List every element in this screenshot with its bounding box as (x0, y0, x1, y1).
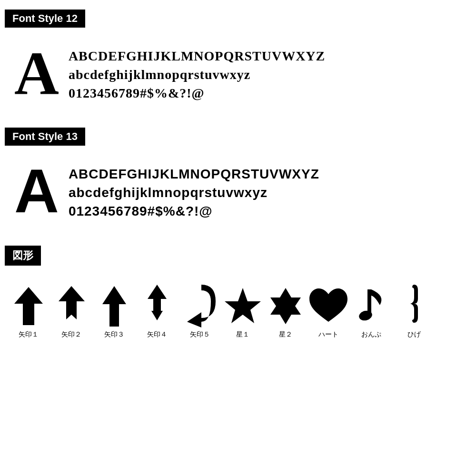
arrow5-icon (181, 285, 219, 327)
mustache-label: ひげ (407, 330, 421, 339)
star1-icon (224, 285, 262, 327)
shape-item-arrow3[interactable]: 矢印３ (95, 285, 133, 339)
font-style-12-char-rows: ABCDEFGHIJKLMNOPQRSTUVWXYZ abcdefghijklm… (69, 42, 325, 103)
font-style-13-label: Font Style 13 (5, 128, 85, 146)
shape-item-arrow5[interactable]: 矢印５ (181, 285, 219, 339)
font-style-13-big-letter: A (14, 160, 59, 222)
heart-label: ハート (318, 330, 338, 339)
shapes-grid: 矢印１ 矢印２ 矢印３ (5, 275, 471, 344)
svg-marker-4 (225, 288, 261, 323)
star1-label: 星１ (236, 330, 249, 339)
font-style-12-section: Font Style 12 A ABCDEFGHIJKLMNOPQRSTUVWX… (5, 10, 471, 109)
char-row-numbers-13: 0123456789#$%&?!@ (69, 202, 319, 220)
svg-rect-6 (367, 289, 371, 314)
svg-marker-3 (148, 285, 167, 320)
shapes-label: 図形 (5, 246, 41, 266)
star2-icon (267, 285, 305, 327)
arrow3-icon (95, 285, 133, 327)
char-row-lowercase-12: abcdefghijklmnopqrstuvwxyz (69, 65, 325, 84)
shape-item-star2[interactable]: 星２ (267, 285, 305, 339)
svg-marker-0 (14, 287, 43, 325)
char-row-numbers-12: 0123456789#$%&?!@ (69, 84, 325, 102)
arrow1-icon (10, 285, 48, 327)
char-row-uppercase-12: ABCDEFGHIJKLMNOPQRSTUVWXYZ (69, 47, 325, 65)
arrow2-label: 矢印２ (61, 330, 81, 339)
shape-item-heart[interactable]: ハート (309, 285, 347, 339)
char-row-lowercase-13: abcdefghijklmnopqrstuvwxyz (69, 183, 319, 202)
arrow5-label: 矢印５ (190, 330, 210, 339)
svg-marker-5 (270, 288, 301, 324)
shape-item-arrow1[interactable]: 矢印１ (10, 285, 48, 339)
music-icon (352, 285, 390, 327)
svg-marker-1 (59, 286, 85, 319)
font-style-13-char-rows: ABCDEFGHIJKLMNOPQRSTUVWXYZ abcdefghijklm… (69, 160, 319, 221)
font-style-12-demo: A ABCDEFGHIJKLMNOPQRSTUVWXYZ abcdefghijk… (5, 37, 471, 109)
arrow3-label: 矢印３ (104, 330, 124, 339)
star2-label: 星２ (279, 330, 292, 339)
arrow4-icon (138, 285, 176, 327)
shape-item-arrow2[interactable]: 矢印２ (52, 285, 90, 339)
shapes-section: 図形 矢印１ 矢印２ (5, 246, 471, 344)
font-style-12-label: Font Style 12 (5, 10, 85, 28)
shape-item-arrow4[interactable]: 矢印４ (138, 285, 176, 339)
arrow2-icon (52, 285, 90, 327)
arrow1-label: 矢印１ (19, 330, 39, 339)
char-row-uppercase-13: ABCDEFGHIJKLMNOPQRSTUVWXYZ (69, 165, 319, 183)
page-container: Font Style 12 A ABCDEFGHIJKLMNOPQRSTUVWX… (0, 0, 476, 353)
mustache-icon (395, 285, 433, 327)
shape-item-mustache[interactable]: ひげ (395, 285, 433, 339)
font-style-13-demo: A ABCDEFGHIJKLMNOPQRSTUVWXYZ abcdefghijk… (5, 155, 471, 227)
music-label: おんぷ (361, 330, 381, 339)
svg-marker-2 (102, 286, 126, 327)
shape-item-music[interactable]: おんぷ (352, 285, 390, 339)
font-style-13-section: Font Style 13 A ABCDEFGHIJKLMNOPQRSTUVWX… (5, 128, 471, 227)
arrow4-label: 矢印４ (147, 330, 167, 339)
shape-item-star1[interactable]: 星１ (224, 285, 262, 339)
heart-icon (309, 285, 347, 327)
font-style-12-big-letter: A (14, 42, 59, 104)
